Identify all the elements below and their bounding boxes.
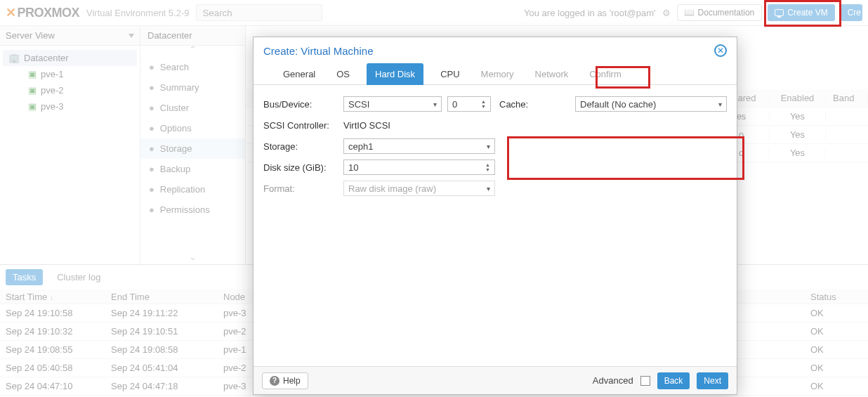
storage-icon: ● (149, 143, 154, 154)
tab-hard-disk[interactable]: Hard Disk (367, 63, 423, 85)
permissions-icon: ● (149, 204, 154, 215)
ctrl-label: SCSI Controller: (263, 120, 338, 131)
spin-down-icon[interactable]: ▼ (485, 167, 490, 172)
nav-item-search[interactable]: ●Search (140, 57, 245, 77)
monitor-icon (775, 9, 784, 16)
col-enabled[interactable]: Enabled (770, 93, 826, 103)
create-ct-button[interactable]: Cre (841, 4, 862, 21)
size-label: Disk size (GiB): (263, 162, 338, 173)
back-button[interactable]: Back (657, 372, 690, 389)
cache-select[interactable]: Default (No cache) ▾ (575, 96, 727, 112)
documentation-label: Documentation (698, 8, 755, 18)
bus-select[interactable]: SCSI ▾ (343, 96, 442, 112)
chevron-down-icon (129, 34, 134, 38)
logo-x-icon: ✕ (6, 5, 16, 20)
sidebar: Server View 🏢 Datacenter ▣ pve-1 ▣ pve-2… (0, 26, 140, 264)
nav-item-options[interactable]: ●Options (140, 118, 245, 138)
tab-confirm: Confirm (585, 63, 626, 85)
size-value: 10 (348, 162, 358, 173)
brand-text: PROXMOX (18, 6, 80, 20)
tree-node[interactable]: ▣ pve-1 (3, 66, 137, 82)
tab-tasks[interactable]: Tasks (6, 269, 43, 285)
help-label: Help (283, 376, 301, 386)
nav-item-cluster[interactable]: ●Cluster (140, 98, 245, 118)
nav-item-label: Permissions (160, 204, 210, 215)
col-start-time[interactable]: Start Time ↓ (0, 292, 105, 302)
version-text: Virtual Environment 5.2-9 (86, 8, 189, 18)
bus-label: Bus/Device: (263, 99, 338, 110)
format-value: Raw disk image (raw) (348, 183, 436, 194)
tree-node[interactable]: ▣ pve-2 (3, 82, 137, 98)
col-band[interactable]: Band (826, 93, 868, 103)
format-label: Format: (263, 183, 338, 194)
sidebar-view-select[interactable]: Server View (0, 26, 140, 46)
tab-cluster-log[interactable]: Cluster log (50, 269, 107, 285)
chevron-down-icon: ▾ (487, 143, 490, 150)
next-button[interactable]: Next (697, 372, 728, 389)
tab-cpu[interactable]: CPU (436, 63, 463, 85)
advanced-checkbox[interactable] (640, 376, 650, 386)
tab-general[interactable]: General (279, 63, 320, 85)
create-vm-button[interactable]: Create VM (768, 4, 834, 21)
book-icon (685, 8, 695, 18)
backup-icon: ● (149, 164, 154, 174)
help-button[interactable]: ? Help (262, 372, 308, 389)
tab-os[interactable]: OS (332, 63, 354, 85)
tree-node[interactable]: ▣ pve-3 (3, 98, 137, 115)
nav-item-label: Backup (160, 164, 190, 174)
tab-network: Network (531, 63, 573, 85)
bus-index-input[interactable]: 0 ▲▼ (447, 96, 491, 112)
server-icon: ▣ (28, 101, 37, 112)
server-icon: ▣ (28, 85, 37, 96)
tree-root-label: Datacenter (24, 53, 69, 63)
mid-panel: Datacenter ⌃ ●Search●Summary●Cluster●Opt… (140, 26, 246, 264)
cluster-icon: ● (149, 103, 154, 113)
nav-item-replication[interactable]: ●Replication (140, 179, 245, 200)
modal-title: Create: Virtual Machine (263, 45, 373, 57)
gear-icon[interactable] (662, 8, 671, 18)
create-ct-label: Cre (848, 8, 861, 18)
search-icon: ● (149, 62, 154, 72)
modal-footer: ? Help Advanced Back Next (254, 366, 737, 394)
sidebar-view-label: Server View (6, 30, 55, 41)
nav-item-storage[interactable]: ●Storage (140, 138, 245, 159)
bus-index-value: 0 (452, 99, 457, 110)
top-right: You are logged in as 'root@pam' Document… (524, 4, 862, 21)
size-input[interactable]: 10 ▲▼ (343, 160, 495, 175)
tree-datacenter[interactable]: 🏢 Datacenter (3, 50, 137, 66)
spin-down-icon[interactable]: ▼ (481, 104, 486, 109)
chevron-down-icon: ▾ (718, 100, 722, 108)
storage-label: Storage: (263, 141, 338, 152)
modal-tabs: GeneralOSHard DiskCPUMemoryNetworkConfir… (254, 58, 737, 85)
format-select: Raw disk image (raw) ▾ (343, 181, 495, 196)
nav-item-label: Options (160, 123, 192, 134)
close-icon[interactable]: ✕ (714, 44, 727, 57)
chevron-down-icon: ▾ (433, 100, 437, 108)
help-icon: ? (270, 376, 280, 386)
tree-node-label: pve-2 (41, 85, 64, 96)
tree: 🏢 Datacenter ▣ pve-1 ▣ pve-2 ▣ pve-3 (0, 46, 140, 119)
storage-select[interactable]: ceph1 ▾ (343, 138, 495, 154)
building-icon: 🏢 (8, 53, 20, 63)
nav-item-permissions[interactable]: ●Permissions (140, 200, 245, 220)
scroll-down-icon[interactable]: ⌄ (140, 253, 245, 264)
search-input[interactable] (196, 4, 322, 21)
nav-item-backup[interactable]: ●Backup (140, 159, 245, 179)
bus-value: SCSI (348, 99, 369, 110)
nav-item-label: Storage (160, 143, 192, 154)
col-end-time[interactable]: End Time (105, 292, 218, 302)
create-vm-label: Create VM (787, 8, 827, 18)
scroll-up-icon[interactable]: ⌃ (140, 46, 245, 57)
documentation-button[interactable]: Documentation (677, 4, 763, 21)
cache-value: Default (No cache) (580, 99, 656, 110)
chevron-down-icon: ▾ (487, 185, 490, 193)
nav-item-label: Search (160, 62, 189, 72)
col-status[interactable]: Status (805, 292, 868, 302)
spin-up-icon[interactable]: ▲ (485, 162, 490, 167)
nav-item-summary[interactable]: ●Summary (140, 77, 245, 98)
spin-up-icon[interactable]: ▲ (481, 99, 486, 104)
ctrl-value: VirtIO SCSI (343, 120, 390, 131)
advanced-label: Advanced (593, 375, 633, 386)
nav-item-label: Summary (160, 82, 199, 93)
nav-item-label: Cluster (160, 103, 189, 113)
